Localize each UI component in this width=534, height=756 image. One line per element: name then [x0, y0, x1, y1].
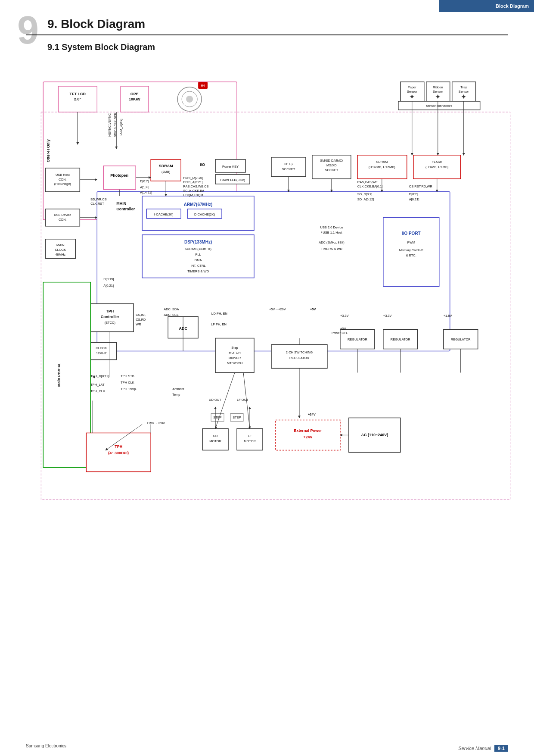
svg-text:SD_D[0:7]: SD_D[0:7] — [357, 192, 373, 196]
svg-text:CLOCK: CLOCK — [96, 346, 107, 350]
svg-text:MAIN: MAIN — [116, 201, 126, 206]
svg-text:Step: Step — [231, 346, 238, 350]
svg-text:STEP: STEP — [233, 415, 241, 419]
svg-text:SOCKET: SOCKET — [325, 168, 338, 172]
svg-text:DSP(133MHz): DSP(133MHz) — [184, 240, 212, 244]
svg-text:Power KEY: Power KEY — [222, 165, 239, 169]
svg-text:D[0:15]: D[0:15] — [103, 277, 114, 281]
svg-text:A[1:4]: A[1:4] — [140, 185, 149, 189]
svg-text:UD: UD — [213, 434, 218, 438]
svg-text:SDRAM: SDRAM — [159, 164, 173, 168]
svg-rect-35 — [103, 166, 136, 190]
svg-text:✦: ✦ — [409, 93, 415, 100]
footer-page-number: 9-1 — [494, 745, 508, 752]
svg-text:CF 1,2: CF 1,2 — [284, 162, 293, 166]
svg-text:D[0:7]: D[0:7] — [140, 179, 149, 183]
svg-text:REGULATOR: REGULATOR — [451, 337, 471, 341]
svg-text:CS,RD: CS,RD — [136, 318, 146, 322]
svg-text:BD,WR,CS: BD,WR,CS — [90, 197, 106, 201]
svg-text:(H:32MB, L:16MB): (H:32MB, L:16MB) — [369, 165, 395, 169]
svg-text:CLOCK: CLOCK — [55, 248, 66, 252]
diagram-container: Otter-H Only TFT LCD 2.0" OPE 10Key 64 P… — [26, 75, 517, 730]
svg-text:SCLK,CKE,BA: SCLK,CKE,BA — [183, 189, 204, 193]
svg-text:SDRAM (133MHz): SDRAM (133MHz) — [185, 247, 211, 251]
svg-text:12MHZ: 12MHZ — [96, 351, 107, 355]
svg-text:CS,RST,RD,WR: CS,RST,RD,WR — [409, 184, 433, 188]
svg-text:INT. CTRL: INT. CTRL — [191, 264, 206, 268]
svg-text:TPH_LAT: TPH_LAT — [90, 383, 105, 387]
svg-text:Photoperi: Photoperi — [110, 173, 128, 178]
svg-text:External Power: External Power — [294, 428, 322, 433]
svg-text:I-CACHE(2K): I-CACHE(2K) — [154, 212, 174, 216]
svg-text:2-CH SWITCHING: 2-CH SWITCHING — [286, 350, 313, 354]
svg-text:SOCKET: SOCKET — [282, 167, 295, 171]
svg-text:D[0:7]: D[0:7] — [409, 192, 418, 196]
svg-text:DMA: DMA — [195, 258, 202, 262]
svg-text:& ETC.: & ETC. — [406, 253, 416, 257]
svg-text:Controller: Controller — [116, 207, 135, 211]
svg-text:OPE: OPE — [130, 92, 139, 96]
svg-text:+5V→+20V: +5V→+20V — [269, 307, 286, 311]
page-title: 9. Block Diagram — [26, 17, 508, 35]
svg-text:CON.: CON. — [59, 178, 67, 181]
header-label: Block Diagram — [496, 3, 529, 9]
svg-text:sensor connectors: sensor connectors — [426, 104, 452, 108]
svg-text:USB Host: USB Host — [56, 173, 70, 177]
svg-text:PERI_A[0:21]: PERI_A[0:21] — [183, 180, 202, 184]
svg-text:D-CACHE(2K): D-CACHE(2K) — [194, 212, 215, 216]
svg-text:+3.3V: +3.3V — [340, 314, 349, 318]
block-diagram-svg: Otter-H Only TFT LCD 2.0" OPE 10Key 64 P… — [26, 75, 517, 730]
header-bar: Block Diagram — [439, 0, 534, 12]
svg-text:SDRAM: SDRAM — [376, 160, 388, 164]
svg-text:(4" 300DPI): (4" 300DPI) — [108, 451, 129, 455]
svg-text:Power LED(Blue): Power LED(Blue) — [220, 178, 245, 182]
svg-text:MOTOR: MOTOR — [209, 439, 221, 443]
svg-text:RAS,CAS,WE: RAS,CAS,WE — [357, 180, 378, 184]
svg-text:Tray: Tray — [460, 85, 467, 89]
svg-text:I/O: I/O — [200, 162, 205, 167]
svg-text:+5V: +5V — [310, 307, 316, 311]
svg-text:TIMERS & WD: TIMERS & WD — [187, 269, 209, 273]
svg-text:Memory Card I/F: Memory Card I/F — [399, 248, 424, 252]
svg-rect-110 — [43, 282, 90, 468]
svg-text:+3.3V: +3.3V — [383, 314, 392, 318]
svg-text:+1.8V: +1.8V — [444, 314, 452, 318]
svg-text:TFT LCD: TFT LCD — [70, 92, 86, 96]
svg-text:✦: ✦ — [461, 93, 466, 100]
svg-text:Temp: Temp — [172, 393, 180, 397]
svg-text:+24V: +24V — [303, 435, 312, 439]
svg-text:I/O PORT: I/O PORT — [402, 231, 421, 236]
svg-text:CS,INI,: CS,INI, — [136, 313, 146, 317]
svg-text:48MHz: 48MHz — [55, 253, 65, 256]
svg-text:ADC_SCL: ADC_SCL — [164, 313, 179, 317]
svg-text:SM/SD D/MMC/: SM/SD D/MMC/ — [320, 159, 343, 162]
svg-text:TPH STB: TPH STB — [121, 374, 134, 378]
svg-text:(2MB): (2MB) — [161, 170, 171, 174]
footer-manual-type: Service Manual — [458, 746, 491, 751]
svg-text:ARM7(67MHz): ARM7(67MHz) — [184, 202, 213, 207]
svg-text:CLK,CKE,BA[0:1]: CLK,CKE,BA[0:1] — [357, 184, 383, 188]
svg-text:PWM: PWM — [407, 241, 415, 244]
svg-text:REGULATOR: REGULATOR — [391, 337, 410, 341]
svg-text:2.0": 2.0" — [74, 97, 81, 101]
svg-text:Paper: Paper — [408, 85, 416, 89]
footer-company: Samsung Electronics — [26, 744, 66, 748]
svg-text:RAS,CAS,WE,CS: RAS,CAS,WE,CS — [183, 184, 208, 188]
svg-text:MAIN: MAIN — [56, 243, 65, 247]
svg-text:Ambient: Ambient — [172, 387, 184, 391]
svg-text:MOTOR: MOTOR — [229, 351, 241, 355]
svg-text:64: 64 — [201, 84, 205, 87]
svg-text:LF PH, EN: LF PH, EN — [211, 322, 227, 326]
svg-text:AC (110~240V): AC (110~240V) — [361, 433, 388, 437]
svg-text:(PictBridge): (PictBridge) — [54, 182, 71, 186]
svg-text:+5V: +5V — [340, 327, 346, 331]
svg-text:A[14:21]: A[14:21] — [140, 191, 152, 194]
svg-text:MOTOR: MOTOR — [244, 439, 256, 443]
svg-text:CON.: CON. — [59, 218, 67, 222]
svg-text:A[0:21]: A[0:21] — [409, 197, 419, 201]
svg-text:+15V→+20V: +15V→+20V — [146, 421, 165, 425]
svg-text:PERI_D[0:15]: PERI_D[0:15] — [183, 176, 203, 180]
svg-text:UD PH, EN: UD PH, EN — [211, 312, 227, 316]
svg-text:CLK,RST: CLK,RST — [90, 202, 104, 206]
svg-text:TPH: TPH — [106, 309, 114, 313]
